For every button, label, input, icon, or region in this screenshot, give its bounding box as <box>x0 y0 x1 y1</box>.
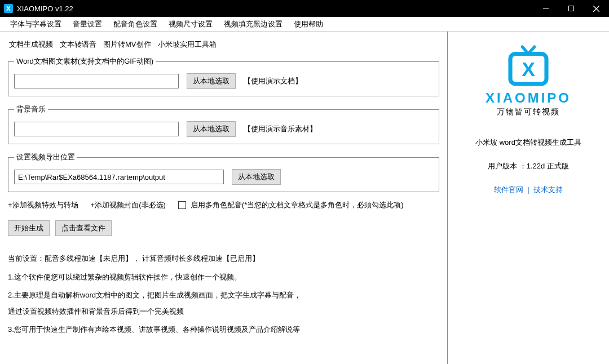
group-output: 设置视频导出位置 从本地选取 <box>8 152 439 192</box>
info-line-1: 1.这个软件使您可以绕过繁杂的视频剪辑软件操作，快速创作一个视频。 <box>8 269 439 286</box>
svg-text:X: X <box>522 58 535 81</box>
window-title: XIAOMIPO v1.22 <box>17 5 533 13</box>
browse-bgm-button[interactable]: 从本地选取 <box>187 121 236 137</box>
svg-text:X: X <box>6 5 11 12</box>
menubar: 字体与字幕设置 音量设置 配音角色设置 视频尺寸设置 视频填充黑边设置 使用帮助 <box>0 17 609 32</box>
app-icon: X <box>3 3 14 14</box>
menu-font-subtitle[interactable]: 字体与字幕设置 <box>5 17 67 32</box>
menu-volume[interactable]: 音量设置 <box>67 17 108 32</box>
official-site-link[interactable]: 软件官网 <box>494 185 523 194</box>
logo-box: X XIAOMIPO 万物皆可转视频 <box>472 38 585 121</box>
version-text: 用户版本 ：1.22d 正式版 <box>475 161 581 171</box>
add-cover-link[interactable]: +添加视频封面(非必选) <box>91 200 166 210</box>
info-line-2a: 2.主要原理是自动解析word文档中的图文，把图片生成视频画面，把文字生成字幕与… <box>8 287 439 304</box>
output-path-input[interactable] <box>14 170 224 184</box>
titlebar: X XIAOMIPO v1.22 <box>0 0 609 17</box>
add-effects-link[interactable]: +添加视频特效与转场 <box>8 200 78 210</box>
brand-text: XIAOMIPO <box>486 90 571 106</box>
status-line: 当前设置：配音多线程加速【未启用】， 计算音频时长多线程加速【已启用】 <box>8 251 439 267</box>
svg-rect-3 <box>568 6 573 11</box>
group-bgm-legend: 背景音乐 <box>14 104 48 114</box>
browse-word-button[interactable]: 从本地选取 <box>187 73 236 89</box>
tab-toolbox[interactable]: 小米坡实用工具箱 <box>157 38 218 51</box>
group-bgm: 背景音乐 从本地选取 【使用演示音乐素材】 <box>8 104 439 144</box>
use-demo-doc-link[interactable]: 【使用演示文档】 <box>244 76 302 86</box>
multirole-checkbox[interactable] <box>178 201 186 209</box>
multirole-label: 启用多角色配音(*当您的文档文章格式是多角色时，必须勾选此项) <box>191 200 404 210</box>
info-block: 当前设置：配音多线程加速【未启用】， 计算音频时长多线程加速【已启用】 1.这个… <box>8 251 439 338</box>
info-line-3: 3.您可用于快速生产制作有声绘本视频、讲故事视频、各种操作说明视频及产品介绍解说… <box>8 322 439 338</box>
tab-bar: 文档生成视频 文本转语音 图片转MV创作 小米坡实用工具箱 <box>8 38 439 51</box>
support-link[interactable]: 技术支持 <box>533 185 563 194</box>
bgm-file-input[interactable] <box>14 122 179 136</box>
menu-help[interactable]: 使用帮助 <box>288 17 329 32</box>
group-word-material-legend: Word文档图文素材(支持文档中的GIF动图) <box>14 56 156 66</box>
menu-voice-role[interactable]: 配音角色设置 <box>108 17 163 32</box>
tab-doc-to-video[interactable]: 文档生成视频 <box>8 38 54 51</box>
link-separator: | <box>526 185 532 194</box>
minimize-button[interactable] <box>533 0 558 17</box>
side-panel: X XIAOMIPO 万物皆可转视频 小米坡 word文档转视频生成工具 用户版… <box>448 32 609 364</box>
maximize-button[interactable] <box>558 0 584 17</box>
close-button[interactable] <box>584 0 609 17</box>
slogan-text: 万物皆可转视频 <box>497 107 560 117</box>
generate-button[interactable]: 开始生成 <box>8 220 50 236</box>
info-line-2b: 通过设置视频特效插件和背景音乐后得到一个完美视频 <box>8 304 439 320</box>
tab-text-to-speech[interactable]: 文本转语音 <box>59 38 98 51</box>
browse-output-button[interactable]: 从本地选取 <box>232 169 281 185</box>
product-desc: 小米坡 word文档转视频生成工具 <box>475 137 581 148</box>
menu-video-size[interactable]: 视频尺寸设置 <box>163 17 218 32</box>
logo-icon: X <box>503 43 554 88</box>
use-demo-music-link[interactable]: 【使用演示音乐素材】 <box>244 124 317 134</box>
word-file-input[interactable] <box>14 74 179 88</box>
menu-black-border[interactable]: 视频填充黑边设置 <box>218 17 288 32</box>
group-output-legend: 设置视频导出位置 <box>14 152 77 162</box>
tab-image-to-mv[interactable]: 图片转MV创作 <box>102 38 152 51</box>
group-word-material: Word文档图文素材(支持文档中的GIF动图) 从本地选取 【使用演示文档】 <box>8 56 439 96</box>
main-panel: 文档生成视频 文本转语音 图片转MV创作 小米坡实用工具箱 Word文档图文素材… <box>0 32 448 364</box>
view-file-button[interactable]: 点击查看文件 <box>55 220 112 236</box>
